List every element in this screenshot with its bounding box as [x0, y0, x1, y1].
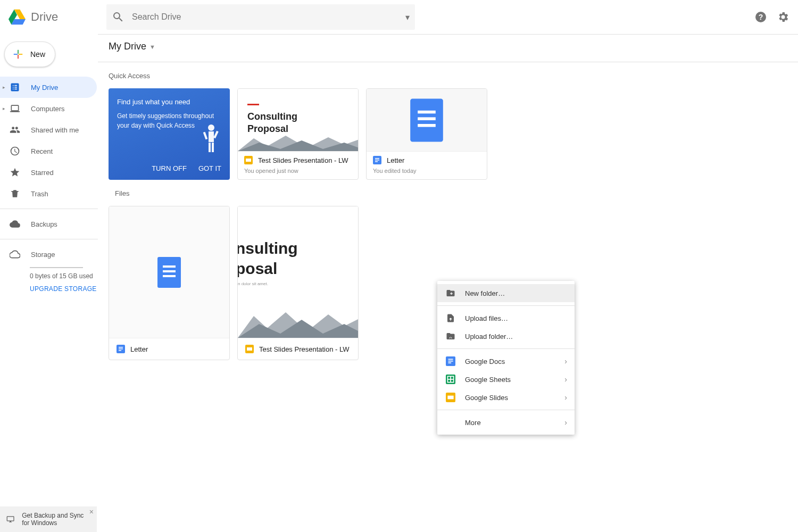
- chevron-right-icon: ›: [564, 393, 567, 402]
- promo-got-it-button[interactable]: GOT IT: [198, 164, 221, 172]
- storage-block: 0 bytes of 15 GB used UPGRADE STORAGE: [0, 267, 98, 293]
- file-subtitle: You edited today: [373, 168, 480, 174]
- thumbnail: [109, 206, 229, 338]
- menu-upload-files[interactable]: Upload files…: [437, 309, 575, 327]
- sidebar-item-backups[interactable]: Backups: [0, 213, 98, 235]
- slides-icon: [245, 345, 254, 353]
- breadcrumb[interactable]: My Drive ▼: [109, 41, 798, 52]
- desktop-icon: [6, 514, 14, 525]
- expand-caret-icon[interactable]: ▸: [3, 85, 5, 90]
- divider: [0, 239, 98, 239]
- gear-icon[interactable]: [777, 11, 789, 23]
- quick-access-promo: Find just what you need Get timely sugge…: [109, 88, 230, 180]
- file-name: Test Slides Presentation - LW: [258, 156, 348, 164]
- drive-logo-icon: [9, 9, 26, 25]
- sidebar-item-computers[interactable]: ▸ Computers: [0, 98, 98, 119]
- search-bar[interactable]: ▾: [106, 4, 415, 30]
- file-card[interactable]: Letter: [109, 206, 230, 360]
- spacer: [446, 418, 455, 427]
- new-button[interactable]: New: [4, 41, 55, 67]
- svg-rect-21: [448, 361, 453, 362]
- menu-label: New folder…: [465, 289, 505, 297]
- sidebar-item-label: Shared with me: [31, 126, 79, 134]
- menu-google-docs[interactable]: Google Docs ›: [437, 352, 575, 370]
- menu-label: Upload files…: [465, 314, 508, 322]
- file-subtitle: You opened just now: [244, 168, 352, 174]
- docs-icon: [410, 98, 443, 142]
- sidebar-item-label: Trash: [31, 190, 48, 198]
- expand-caret-icon[interactable]: ▸: [3, 106, 5, 111]
- menu-google-slides[interactable]: Google Slides ›: [437, 388, 575, 406]
- files-heading: Files: [115, 189, 798, 197]
- file-card[interactable]: nsultingposal n dolor sit amet. Test Sli…: [237, 206, 359, 360]
- sidebar-item-starred[interactable]: Starred: [0, 162, 98, 183]
- sidebar-item-label: My Drive: [31, 84, 58, 92]
- docs-icon: [157, 257, 181, 288]
- svg-rect-4: [209, 143, 211, 152]
- breadcrumb-label: My Drive: [109, 41, 146, 52]
- menu-label: Google Sheets: [465, 376, 511, 384]
- menu-label: Google Docs: [465, 358, 505, 365]
- sidebar-item-recent[interactable]: Recent: [0, 140, 98, 162]
- thumbnail: nsultingposal n dolor sit amet.: [238, 206, 358, 338]
- svg-rect-5: [212, 143, 214, 152]
- upgrade-storage-link[interactable]: UPGRADE STORAGE: [30, 285, 98, 293]
- sidebar-item-my-drive[interactable]: ▸ My Drive: [0, 77, 97, 98]
- new-label: New: [30, 50, 45, 59]
- search-options-icon[interactable]: ▾: [405, 12, 410, 22]
- svg-rect-19: [247, 347, 252, 351]
- menu-google-sheets[interactable]: Google Sheets ›: [437, 370, 575, 388]
- sidebar: New ▸ My Drive ▸ Computers Shared with m…: [0, 34, 98, 532]
- cloud-icon: [10, 219, 20, 229]
- logo[interactable]: Drive: [9, 9, 106, 25]
- plus-icon: [12, 48, 24, 60]
- svg-rect-15: [119, 348, 123, 350]
- upload-file-icon: [446, 313, 455, 323]
- chevron-right-icon: ›: [564, 375, 567, 384]
- header: Drive ▾ ?: [0, 0, 798, 34]
- svg-rect-13: [375, 161, 378, 162]
- chevron-right-icon: ›: [564, 418, 567, 427]
- star-icon: [10, 167, 20, 178]
- context-menu: New folder… Upload files… Upload folder……: [437, 281, 575, 435]
- slides-icon: [244, 156, 253, 164]
- cloud-outline-icon: [10, 249, 20, 260]
- sidebar-item-label: Storage: [31, 251, 55, 259]
- svg-rect-10: [246, 159, 251, 162]
- menu-new-folder[interactable]: New folder…: [437, 284, 575, 302]
- promo-turn-off-button[interactable]: TURN OFF: [152, 164, 187, 172]
- search-input[interactable]: [132, 12, 401, 22]
- sidebar-item-storage[interactable]: Storage: [0, 244, 98, 265]
- docs-icon: [373, 156, 381, 164]
- header-actions: ?: [754, 11, 789, 23]
- quick-access-card[interactable]: Letter You edited today: [366, 88, 487, 180]
- menu-label: More: [465, 419, 481, 427]
- sidebar-item-trash[interactable]: Trash: [0, 183, 98, 204]
- trash-icon: [10, 188, 20, 199]
- promo-title: Find just what you need: [117, 98, 221, 106]
- menu-more[interactable]: More ›: [437, 413, 575, 431]
- slides-icon: [446, 393, 455, 402]
- svg-point-2: [208, 124, 214, 131]
- sidebar-item-shared[interactable]: Shared with me: [0, 119, 98, 140]
- upload-folder-icon: [446, 331, 455, 341]
- thumbnail: ConsultingProposal: [238, 89, 358, 152]
- close-icon[interactable]: ×: [89, 508, 94, 516]
- help-icon[interactable]: ?: [754, 11, 767, 23]
- menu-upload-folder[interactable]: Upload folder…: [437, 327, 575, 345]
- my-drive-icon: [10, 82, 20, 93]
- sheets-icon: [446, 375, 455, 384]
- divider: [437, 410, 575, 410]
- svg-rect-11: [375, 158, 379, 159]
- promo-illustration: [202, 123, 220, 153]
- backup-sync-banner[interactable]: Get Backup and Sync for Windows ×: [0, 506, 97, 532]
- divider: [437, 305, 575, 306]
- chevron-right-icon: ›: [564, 357, 567, 365]
- storage-used-text: 0 bytes of 15 GB used: [30, 272, 98, 280]
- svg-rect-16: [119, 350, 121, 351]
- divider: [0, 209, 98, 209]
- storage-bar: [30, 267, 83, 268]
- people-icon: [10, 124, 20, 135]
- thumbnail: [367, 89, 487, 152]
- quick-access-card[interactable]: ConsultingProposal Test Slides Presentat…: [237, 88, 359, 180]
